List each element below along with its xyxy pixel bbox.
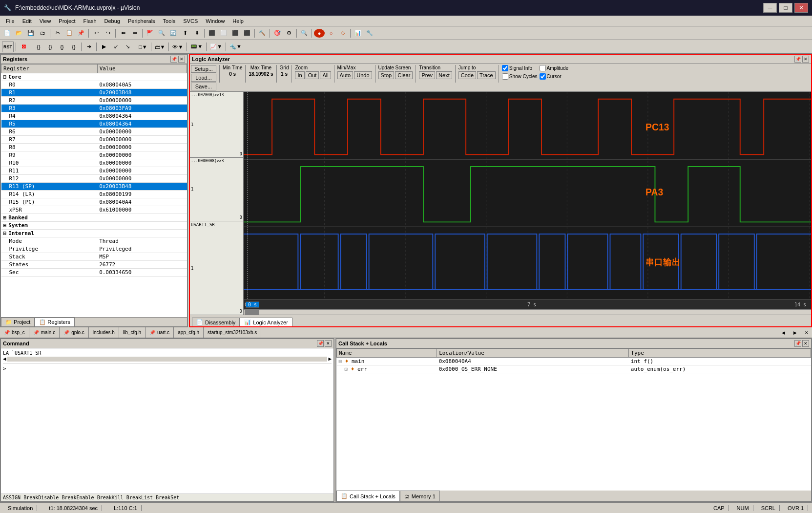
manage-button[interactable]: ⚙	[284, 28, 294, 39]
brace1-button[interactable]: {}	[33, 42, 44, 52]
zoom-all-button[interactable]: All	[320, 71, 331, 79]
logic-pin-button[interactable]: 📌	[794, 56, 801, 63]
scrollbar-thumb[interactable]	[245, 310, 259, 315]
format-button[interactable]: ⬛	[230, 28, 241, 39]
bookmark-button[interactable]: 🚩	[145, 28, 155, 39]
h-scrollbar[interactable]	[244, 309, 811, 315]
title-bar-controls[interactable]: ─ □ ✕	[763, 3, 808, 13]
menu-project[interactable]: Project	[55, 17, 79, 25]
find-prev-button[interactable]: ⬆	[180, 28, 190, 39]
outdent-button[interactable]: ⬜	[218, 28, 229, 39]
zoom-out-button[interactable]: Out	[306, 71, 319, 79]
registers-pin-button[interactable]: 📌	[170, 56, 177, 63]
options-button[interactable]: 🔧	[364, 28, 375, 39]
table-row[interactable]: R30x08003FA9	[1, 105, 187, 112]
register-group-core[interactable]: ⊟Core	[1, 73, 187, 81]
table-row[interactable]: StackMSP	[1, 253, 187, 261]
table-row[interactable]: R40x08004364	[1, 112, 187, 120]
rst-button[interactable]: RST	[2, 42, 14, 52]
analysis-sel-button[interactable]: 📈▼	[208, 42, 224, 52]
undo-button[interactable]: ↩	[91, 28, 102, 39]
save-button[interactable]: 💾	[25, 28, 36, 39]
memory-sel-button[interactable]: 🗃▼	[153, 42, 167, 52]
table-row[interactable]: R70x00000000	[1, 136, 187, 144]
tabs-close[interactable]: ✕	[801, 329, 812, 337]
show-cycles-checkbox[interactable]	[502, 73, 508, 80]
search2-button[interactable]: 🔍	[299, 28, 310, 39]
file-tab-bsp[interactable]: 📌 bsp_c	[0, 327, 29, 338]
redo-button[interactable]: ↪	[103, 28, 113, 39]
table-row[interactable]: R80x00000000	[1, 144, 187, 151]
table-row[interactable]: R100x00000000	[1, 159, 187, 167]
register-group-internal[interactable]: ⊟Internal	[1, 230, 187, 237]
file-tab-appcfg[interactable]: app_cfg.h	[174, 327, 204, 338]
file-tab-includes[interactable]: includes.h	[89, 327, 119, 338]
cut-button[interactable]: ✂	[52, 28, 63, 39]
undo-la-button[interactable]: Undo	[354, 71, 372, 79]
step-button[interactable]: ↘	[122, 42, 133, 52]
tab-project[interactable]: 📁 Project	[1, 318, 35, 326]
save-button-la[interactable]: Save...	[191, 83, 216, 90]
table-row[interactable]: ModeThread	[1, 237, 187, 245]
periph-button[interactable]: 📊	[353, 28, 363, 39]
menu-help[interactable]: Help	[229, 17, 248, 25]
load-button[interactable]: Load...	[191, 74, 216, 82]
step-over-button[interactable]: ➜	[83, 42, 94, 52]
cursor-checkbox[interactable]	[540, 73, 546, 80]
register-group-system[interactable]: ⊞System	[1, 222, 187, 230]
find-button[interactable]: 🔍	[156, 28, 167, 39]
debug-stop-button[interactable]: ○	[326, 28, 336, 39]
menu-view[interactable]: View	[36, 17, 55, 25]
file-tab-uart[interactable]: 📌 uart.c	[146, 327, 174, 338]
run-button[interactable]: ▶	[99, 42, 109, 52]
indent-button[interactable]: ⬛	[207, 28, 217, 39]
table-row[interactable]: States26772	[1, 261, 187, 269]
brace3-button[interactable]: {}	[57, 42, 67, 52]
brace2-button[interactable]: {}	[45, 42, 56, 52]
setup-button[interactable]: Setup...	[191, 65, 216, 73]
code-button[interactable]: Code	[458, 71, 476, 79]
tab-disassembly[interactable]: 📄 Disassembly	[192, 318, 240, 326]
call-stack-close-button[interactable]: ✕	[802, 340, 809, 347]
trace-button[interactable]: Trace	[477, 71, 496, 79]
register-group-banked[interactable]: ⊞Banked	[1, 214, 187, 222]
open-file-button[interactable]: 📂	[14, 28, 24, 39]
table-row[interactable]: Sec0.00334650	[1, 269, 187, 277]
tab-registers[interactable]: 📋 Registers	[35, 318, 75, 326]
tab-call-stack[interactable]: 📋 Call Stack + Locals	[336, 491, 400, 501]
menu-flash[interactable]: Flash	[80, 17, 101, 25]
menu-peripherals[interactable]: Peripherals	[124, 17, 159, 25]
stop-button[interactable]: Stop	[378, 71, 395, 79]
tab-memory[interactable]: 🗂 Memory 1	[400, 491, 440, 501]
signal-info-checkbox[interactable]	[502, 65, 508, 71]
cs-main-expand[interactable]: ⊟ ♦ main	[337, 358, 437, 365]
stop-debug-button[interactable]: ⊠	[18, 42, 29, 52]
menu-debug[interactable]: Debug	[101, 17, 124, 25]
tabs-nav-right[interactable]: ▶	[790, 329, 800, 337]
table-row[interactable]: R00x080040A5	[1, 81, 187, 89]
clear-button[interactable]: Clear	[395, 71, 413, 79]
call-stack-pin-button[interactable]: 📌	[794, 340, 801, 347]
minimize-button[interactable]: ─	[763, 3, 777, 13]
registers-controls[interactable]: 📌 ✕	[170, 56, 185, 63]
step-in-button[interactable]: ↙	[110, 42, 121, 52]
command-close-button[interactable]: ✕	[325, 340, 332, 347]
call-stack-controls[interactable]: 📌 ✕	[794, 340, 809, 347]
logic-analyzer-controls[interactable]: 📌 ✕	[794, 56, 809, 63]
target-sel-button[interactable]: 🎯	[272, 28, 283, 39]
nav-fwd-button[interactable]: ➡	[129, 28, 140, 39]
tab-logic-analyzer[interactable]: 📊 Logic Analyzer	[240, 318, 292, 326]
zoom-in-button[interactable]: In	[295, 71, 304, 79]
file-tab-main[interactable]: 📌 main.c	[29, 327, 60, 338]
save-all-button[interactable]: 🗂	[37, 28, 48, 39]
table-row[interactable]: R90x00000000	[1, 151, 187, 159]
copy-button[interactable]: 📋	[64, 28, 75, 39]
menu-window[interactable]: Window	[202, 17, 229, 25]
command-pin-button[interactable]: 📌	[317, 340, 324, 347]
file-tab-libcfg[interactable]: lib_cfg.h	[119, 327, 146, 338]
periph-sel-button[interactable]: 📟▼	[189, 42, 204, 52]
build-button[interactable]: 🔨	[257, 28, 268, 39]
table-row[interactable]: R110x00000000	[1, 167, 187, 175]
auto-button[interactable]: Auto	[337, 71, 354, 79]
file-tabs-controls[interactable]: ◀ ▶ ✕	[778, 329, 812, 337]
